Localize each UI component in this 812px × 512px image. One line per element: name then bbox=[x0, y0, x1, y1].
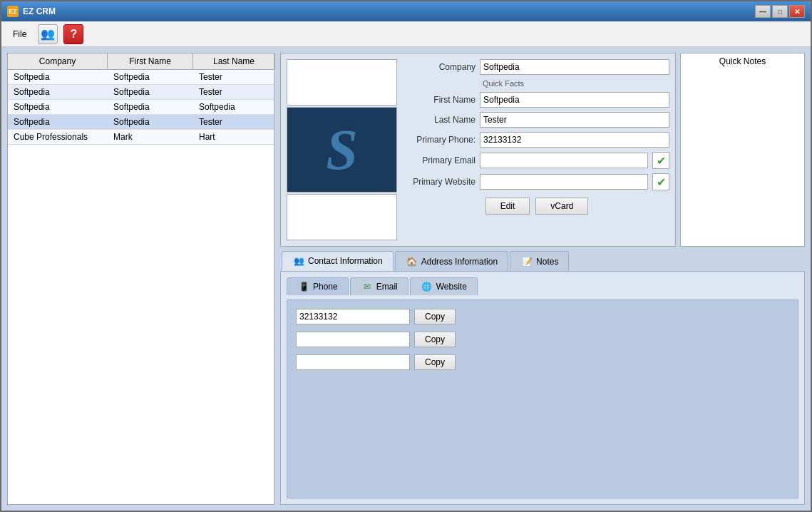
sub-tab-content: Copy Copy Copy bbox=[287, 299, 798, 498]
table-row[interactable]: Softpedia Softpedia Softpedia bbox=[8, 100, 274, 115]
copy-button-2[interactable]: Copy bbox=[414, 332, 456, 347]
contact-card: S Company Quick Facts bbox=[280, 53, 676, 247]
help-button[interactable]: ? bbox=[63, 24, 83, 44]
cell-company: Softpedia bbox=[8, 115, 108, 129]
contacts-button[interactable]: 👥 bbox=[38, 24, 58, 44]
vcard-button[interactable]: vCard bbox=[535, 198, 588, 215]
cell-lastname: Tester bbox=[193, 115, 275, 129]
sub-tab-website-label: Website bbox=[436, 282, 467, 292]
email-input[interactable] bbox=[480, 153, 648, 168]
photo-bottom bbox=[287, 194, 397, 240]
header-lastname: Last Name bbox=[193, 53, 275, 69]
firstname-label: First Name bbox=[404, 95, 476, 105]
main-window: EZ EZ CRM — □ ✕ File 👥 ? Company First N… bbox=[0, 0, 812, 512]
phone-row: Primary Phone: bbox=[404, 132, 669, 148]
copy-button-3[interactable]: Copy bbox=[414, 354, 456, 370]
tab-notes[interactable]: 📝 Notes bbox=[510, 251, 569, 271]
quick-facts-divider: Quick Facts bbox=[483, 79, 524, 88]
table-row[interactable]: Softpedia Softpedia Tester bbox=[8, 115, 274, 130]
quick-facts-row: Quick Facts bbox=[404, 79, 669, 88]
firstname-input[interactable] bbox=[480, 92, 669, 108]
quick-notes-panel: Quick Notes bbox=[680, 53, 805, 247]
photo-top bbox=[287, 59, 397, 106]
cell-lastname: Hart bbox=[193, 130, 275, 144]
phone-input[interactable] bbox=[480, 132, 669, 148]
lastname-input[interactable] bbox=[480, 112, 669, 128]
website-icon: 🌐 bbox=[421, 281, 433, 292]
sub-tab-website[interactable]: 🌐 Website bbox=[410, 277, 478, 295]
minimize-button[interactable]: — bbox=[755, 5, 771, 18]
phone-input-1[interactable] bbox=[296, 309, 410, 324]
main-tabs: 👥 Contact Information 🏠 Address Informat… bbox=[280, 251, 805, 271]
address-tab-icon: 🏠 bbox=[406, 256, 418, 267]
window-controls: — □ ✕ bbox=[755, 5, 805, 18]
maximize-button[interactable]: □ bbox=[772, 5, 788, 18]
titlebar-left: EZ EZ CRM bbox=[7, 6, 56, 17]
website-input[interactable] bbox=[480, 174, 648, 190]
titlebar: EZ EZ CRM — □ ✕ bbox=[1, 1, 811, 21]
tab-address-label: Address Information bbox=[421, 257, 498, 267]
table-row[interactable]: Cube Professionals Mark Hart bbox=[8, 130, 274, 145]
lastname-row: Last Name bbox=[404, 112, 669, 128]
tab-content: 📱 Phone ✉ Email 🌐 Website bbox=[280, 271, 805, 505]
cell-lastname: Tester bbox=[193, 70, 275, 84]
photo-main: S bbox=[287, 107, 397, 193]
cell-company: Softpedia bbox=[8, 100, 108, 114]
tab-address-information[interactable]: 🏠 Address Information bbox=[395, 251, 508, 271]
tabs-section: 👥 Contact Information 🏠 Address Informat… bbox=[280, 251, 805, 505]
header-company: Company bbox=[8, 53, 108, 69]
contact-table-body: Softpedia Softpedia Tester Softpedia Sof… bbox=[8, 70, 274, 145]
check-icon: ✔ bbox=[657, 154, 666, 168]
header-firstname: First Name bbox=[108, 53, 193, 69]
email-icon: ✉ bbox=[361, 281, 374, 292]
file-menu[interactable]: File bbox=[7, 26, 32, 42]
sub-tab-phone-label: Phone bbox=[313, 282, 338, 292]
phone-entry-3: Copy bbox=[296, 354, 789, 370]
quick-notes-title: Quick Notes bbox=[684, 56, 801, 66]
cell-lastname: Tester bbox=[193, 85, 275, 99]
sub-tab-email[interactable]: ✉ Email bbox=[350, 277, 408, 295]
close-button[interactable]: ✕ bbox=[789, 5, 805, 18]
company-input[interactable] bbox=[480, 59, 669, 75]
email-check-button[interactable]: ✔ bbox=[652, 152, 669, 169]
sub-tab-phone[interactable]: 📱 Phone bbox=[287, 277, 349, 295]
app-icon: EZ bbox=[7, 6, 19, 17]
quick-notes-input[interactable] bbox=[684, 69, 801, 226]
company-label: Company bbox=[404, 62, 476, 72]
check-icon-2: ✔ bbox=[657, 175, 666, 189]
phone-entry-1: Copy bbox=[296, 309, 789, 324]
table-row[interactable]: Softpedia Softpedia Tester bbox=[8, 85, 274, 100]
cell-company: Softpedia bbox=[8, 85, 108, 99]
cell-firstname: Softpedia bbox=[108, 115, 193, 129]
cell-company: Softpedia bbox=[8, 70, 108, 84]
lastname-label: Last Name bbox=[404, 115, 476, 125]
content-area: Company First Name Last Name Softpedia S… bbox=[1, 47, 811, 511]
photo-area: S bbox=[287, 59, 397, 240]
cell-firstname: Mark bbox=[108, 130, 193, 144]
tab-contact-information[interactable]: 👥 Contact Information bbox=[282, 251, 394, 271]
photo-s-letter: S bbox=[326, 118, 358, 183]
app-title: EZ CRM bbox=[23, 6, 56, 16]
phone-label: Primary Phone: bbox=[404, 135, 476, 145]
tab-contact-label: Contact Information bbox=[308, 256, 383, 266]
table-row[interactable]: Softpedia Softpedia Tester bbox=[8, 70, 274, 85]
tab-notes-label: Notes bbox=[536, 257, 558, 267]
notes-tab-icon: 📝 bbox=[520, 256, 533, 267]
copy-button-1[interactable]: Copy bbox=[414, 309, 456, 324]
email-label: Primary Email bbox=[404, 155, 476, 165]
cell-company: Cube Professionals bbox=[8, 130, 108, 144]
website-row: Primary Website ✔ bbox=[404, 173, 669, 190]
phone-input-3[interactable] bbox=[296, 354, 410, 370]
contact-list-panel: Company First Name Last Name Softpedia S… bbox=[7, 53, 274, 505]
website-label: Primary Website bbox=[404, 177, 476, 187]
phone-input-2[interactable] bbox=[296, 332, 410, 347]
edit-button[interactable]: Edit bbox=[485, 198, 530, 215]
phone-entry-2: Copy bbox=[296, 332, 789, 347]
top-right: S Company Quick Facts bbox=[280, 53, 805, 247]
menubar: File 👥 ? bbox=[1, 21, 811, 47]
website-check-button[interactable]: ✔ bbox=[652, 173, 669, 190]
table-header: Company First Name Last Name bbox=[8, 53, 274, 70]
form-area: Company Quick Facts First Name Last bbox=[404, 59, 669, 240]
cell-firstname: Softpedia bbox=[108, 70, 193, 84]
cell-lastname: Softpedia bbox=[193, 100, 275, 114]
